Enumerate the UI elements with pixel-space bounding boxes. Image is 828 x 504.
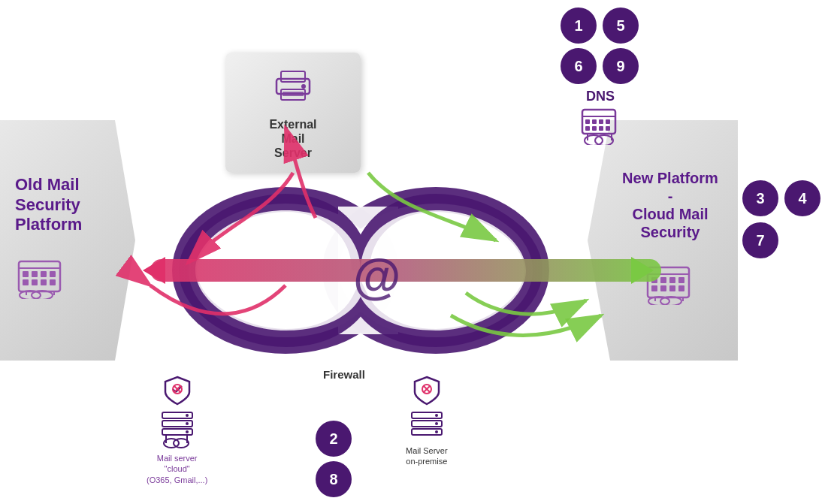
circle-8: 8: [316, 461, 352, 497]
svg-rect-39: [606, 119, 610, 124]
svg-rect-29: [281, 71, 305, 82]
svg-rect-40: [585, 126, 590, 131]
old-platform-title: Old MailSecurityPlatform: [15, 175, 82, 234]
svg-point-31: [301, 84, 306, 89]
svg-rect-22: [669, 285, 675, 291]
dns-circle-1: 1: [561, 8, 597, 44]
svg-point-75: [180, 195, 391, 346]
svg-point-45: [595, 135, 613, 145]
svg-rect-36: [585, 119, 590, 124]
svg-point-69: [435, 414, 438, 417]
dns-circle-6: 6: [561, 48, 597, 84]
dns-label: DNS: [586, 89, 615, 104]
circle-2: 2: [316, 421, 352, 457]
svg-rect-43: [606, 126, 610, 131]
svg-rect-23: [678, 285, 684, 291]
svg-text:@: @: [353, 249, 400, 303]
left-panel: Old MailSecurityPlatform: [0, 120, 135, 361]
right-numbers-row-1: 3 4: [742, 180, 820, 216]
onpremise-server-icon: [408, 409, 446, 442]
svg-point-77: [189, 204, 382, 337]
svg-rect-2: [23, 271, 29, 277]
new-platform-icon: [644, 264, 697, 312]
svg-rect-7: [32, 279, 38, 285]
dns-circles: 1 5 6 9: [561, 8, 640, 84]
svg-rect-9: [50, 279, 56, 285]
right-panel: New Platform-Cloud MailSecurity: [588, 120, 738, 361]
svg-rect-37: [592, 119, 597, 124]
svg-rect-8: [41, 279, 47, 285]
circle-3: 3: [742, 180, 778, 216]
dns-area: 1 5 6 9 DNS: [561, 8, 640, 152]
svg-rect-80: [150, 259, 661, 282]
circle-4: 4: [784, 180, 820, 216]
dns-circle-9: 9: [603, 48, 639, 84]
svg-rect-79: [338, 207, 398, 334]
svg-point-71: [435, 430, 438, 433]
svg-rect-41: [592, 126, 597, 131]
svg-point-78: [340, 204, 532, 337]
svg-rect-38: [599, 119, 603, 124]
svg-marker-82: [143, 257, 165, 284]
svg-rect-17: [660, 277, 666, 283]
onpremise-label: Mail Serveron-premise: [406, 445, 448, 467]
bottom-number-circles: 2 8: [316, 421, 352, 497]
svg-rect-16: [651, 277, 657, 283]
svg-point-58: [186, 430, 189, 433]
svg-rect-42: [599, 126, 603, 131]
cloud-mail-label: Mail server"cloud"(O365, Gmail,...): [147, 453, 207, 485]
svg-rect-5: [50, 271, 56, 277]
svg-rect-3: [32, 271, 38, 277]
svg-point-76: [331, 195, 541, 346]
dns-icon: [580, 107, 621, 152]
svg-rect-19: [678, 277, 684, 283]
right-number-circles: 3 4 7: [742, 180, 820, 258]
shield-left-icon: [164, 376, 191, 406]
firewall-label: Firewall: [323, 368, 365, 381]
cloud-mail-server-area: Mail server"cloud"(O365, Gmail,...): [147, 376, 207, 485]
circle-7: 7: [742, 222, 778, 258]
external-mail-server-label: ExternalMailServer: [269, 117, 316, 161]
dns-circle-5: 5: [603, 8, 639, 44]
svg-point-57: [186, 422, 189, 425]
external-mail-server-box: ExternalMailServer: [225, 53, 361, 173]
old-platform-icon: [15, 258, 68, 306]
shield-right-icon: [413, 376, 440, 406]
svg-point-70: [435, 422, 438, 425]
svg-rect-21: [660, 285, 666, 291]
svg-rect-6: [23, 279, 29, 285]
right-numbers-row-2: 7: [742, 222, 820, 258]
cloud-server-icon: [159, 409, 196, 450]
external-mail-server-icon: [270, 65, 316, 111]
svg-point-56: [186, 414, 189, 417]
svg-rect-20: [651, 285, 657, 291]
svg-rect-4: [41, 271, 47, 277]
svg-rect-18: [669, 277, 675, 283]
new-platform-title: New Platform-Cloud MailSecurity: [622, 169, 718, 241]
onpremise-server-area: Mail Serveron-premise: [406, 376, 448, 467]
